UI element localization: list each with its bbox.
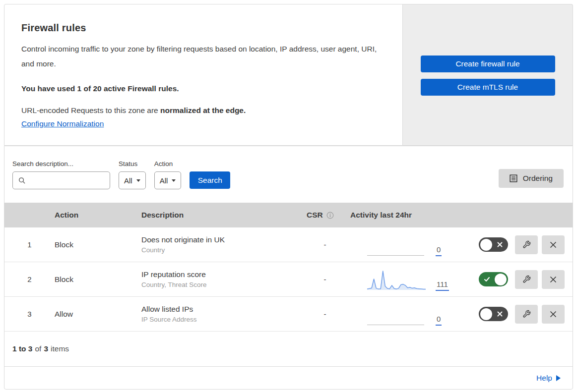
chevron-right-icon bbox=[556, 375, 561, 381]
delete-rule-button[interactable] bbox=[542, 305, 565, 324]
action-select[interactable]: All bbox=[154, 171, 182, 189]
column-header-csr: CSR bbox=[303, 211, 347, 220]
rule-description: Does not originate in UK bbox=[141, 235, 303, 244]
table-row: 3 Allow Allow listed IPs IP Source Addre… bbox=[4, 297, 573, 332]
help-link-label: Help bbox=[536, 374, 552, 383]
page-title: Firewall rules bbox=[21, 22, 383, 34]
delete-rule-button[interactable] bbox=[542, 270, 565, 289]
create-mtls-rule-button[interactable]: Create mTLS rule bbox=[421, 79, 555, 96]
table-header: Action Description CSR Activity last 24h… bbox=[4, 203, 573, 227]
rule-description-cell: Allow listed IPs IP Source Address bbox=[141, 305, 303, 323]
edit-rule-button[interactable] bbox=[515, 270, 538, 289]
wrench-icon bbox=[522, 275, 531, 283]
configure-normalization-link[interactable]: Configure Normalization bbox=[21, 119, 104, 128]
rule-csr-value: - bbox=[303, 275, 347, 283]
help-link[interactable]: Help bbox=[536, 374, 561, 383]
column-header-activity: Activity last 24hr bbox=[347, 211, 461, 220]
search-box bbox=[12, 171, 110, 189]
search-input[interactable] bbox=[30, 172, 110, 189]
rule-activity-cell: 111 bbox=[347, 268, 461, 291]
rule-activity-cell: 0 bbox=[347, 233, 461, 256]
ordering-button-label: Ordering bbox=[523, 174, 553, 183]
header-card: Firewall rules Control incoming traffic … bbox=[4, 4, 403, 146]
activity-count-link[interactable]: 0 bbox=[436, 246, 442, 256]
table-row: 2 Block IP reputation score Country, Thr… bbox=[4, 262, 573, 297]
rule-description-cell: Does not originate in UK Country bbox=[141, 235, 303, 254]
rule-priority: 2 bbox=[4, 275, 55, 283]
rule-enable-toggle[interactable] bbox=[479, 237, 508, 252]
rule-description: Allow listed IPs bbox=[141, 305, 303, 314]
action-selected-value: All bbox=[160, 176, 168, 185]
toggle-knob bbox=[495, 274, 507, 285]
rule-fields: IP Source Address bbox=[141, 316, 303, 323]
chevron-down-icon bbox=[172, 179, 176, 182]
edit-rule-button[interactable] bbox=[515, 235, 538, 254]
toggle-knob bbox=[480, 308, 492, 320]
rules-panel: Search description... Status All Action bbox=[4, 146, 573, 390]
rule-controls bbox=[461, 235, 573, 254]
x-icon bbox=[497, 241, 503, 248]
ordering-list-icon bbox=[510, 174, 517, 182]
rule-controls bbox=[461, 270, 573, 289]
pagination-of: of bbox=[35, 344, 41, 353]
rule-priority: 3 bbox=[4, 310, 55, 318]
normalization-text: URL-encoded Requests to this zone are bbox=[21, 106, 158, 114]
rule-description: IP reputation score bbox=[141, 270, 303, 279]
rule-action: Allow bbox=[55, 310, 141, 319]
pagination-range: 1 to 3 bbox=[12, 344, 32, 353]
x-icon bbox=[497, 311, 503, 317]
close-icon bbox=[549, 276, 557, 283]
search-icon bbox=[18, 177, 26, 184]
edit-rule-button[interactable] bbox=[515, 305, 538, 324]
help-bar: Help bbox=[4, 367, 573, 390]
activity-sparkline bbox=[367, 303, 426, 326]
wrench-icon bbox=[522, 310, 531, 318]
column-header-action: Action bbox=[55, 211, 141, 220]
activity-count-link[interactable]: 111 bbox=[436, 280, 449, 291]
rule-fields: Country bbox=[141, 246, 303, 254]
pagination-total: 3 bbox=[44, 344, 48, 353]
chevron-down-icon bbox=[136, 179, 140, 182]
delete-rule-button[interactable] bbox=[542, 235, 565, 254]
toggle-knob bbox=[480, 239, 492, 251]
usage-note: You have used 1 of 20 active Firewall ru… bbox=[21, 84, 383, 93]
pagination-items: items bbox=[51, 344, 69, 353]
table-body: 1 Block Does not originate in UK Country… bbox=[4, 227, 573, 332]
search-group: Search description... bbox=[12, 160, 110, 189]
search-button[interactable]: Search bbox=[190, 171, 230, 189]
filter-bar: Search description... Status All Action bbox=[4, 146, 573, 203]
wrench-icon bbox=[522, 240, 531, 249]
column-header-description: Description bbox=[141, 211, 303, 220]
rule-description-cell: IP reputation score Country, Threat Scor… bbox=[141, 270, 303, 288]
search-label: Search description... bbox=[12, 160, 110, 168]
rule-activity-cell: 0 bbox=[347, 303, 461, 326]
csr-header-label: CSR bbox=[307, 211, 323, 220]
check-icon bbox=[484, 276, 490, 282]
rule-csr-value: - bbox=[303, 310, 347, 318]
status-filter-group: Status All bbox=[119, 160, 146, 189]
close-icon bbox=[549, 241, 557, 249]
rule-priority: 1 bbox=[4, 240, 55, 249]
table-row: 1 Block Does not originate in UK Country… bbox=[4, 227, 573, 262]
normalization-note: URL-encoded Requests to this zone are no… bbox=[21, 106, 383, 115]
status-selected-value: All bbox=[124, 176, 132, 185]
action-filter-group: Action All bbox=[154, 160, 182, 189]
activity-sparkline bbox=[367, 233, 426, 256]
info-icon[interactable] bbox=[326, 212, 334, 219]
create-firewall-rule-button[interactable]: Create firewall rule bbox=[421, 56, 555, 72]
rule-enable-toggle[interactable] bbox=[479, 307, 508, 321]
page-description: Control incoming traffic to your zone by… bbox=[21, 42, 383, 71]
activity-count-link[interactable]: 0 bbox=[436, 315, 442, 326]
ordering-button[interactable]: Ordering bbox=[499, 169, 564, 188]
status-select[interactable]: All bbox=[119, 171, 146, 189]
pagination: 1 to 3 of 3 items bbox=[4, 332, 573, 367]
rule-enable-toggle[interactable] bbox=[479, 272, 508, 286]
close-icon bbox=[549, 310, 557, 318]
rule-action: Block bbox=[55, 275, 141, 284]
action-label: Action bbox=[154, 160, 182, 168]
status-label: Status bbox=[119, 160, 146, 168]
activity-sparkline bbox=[367, 268, 426, 291]
actions-panel: Create firewall rule Create mTLS rule bbox=[403, 4, 573, 146]
rule-fields: Country, Threat Score bbox=[141, 281, 303, 288]
firewall-rules-page: Firewall rules Control incoming traffic … bbox=[0, 0, 576, 392]
